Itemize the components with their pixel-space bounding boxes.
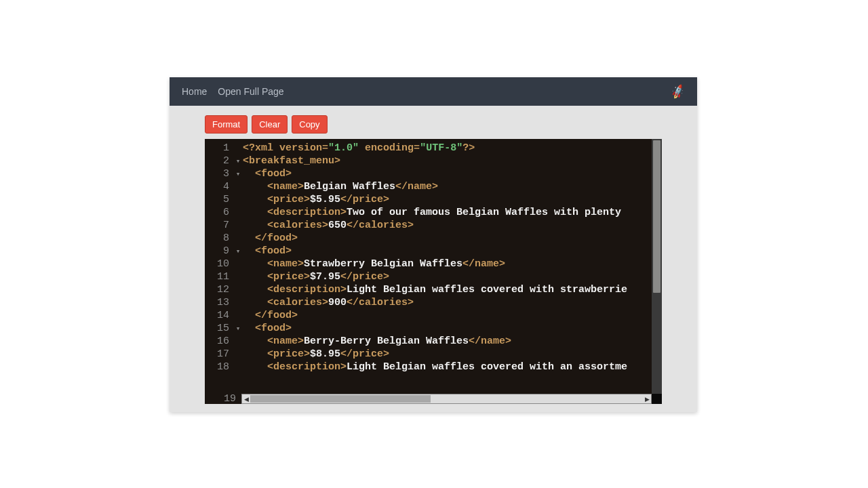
fold-marker (235, 361, 241, 373)
code-line[interactable]: <description>Light Belgian waffles cover… (243, 283, 652, 296)
line-number: 12 (208, 283, 229, 296)
nav-open-full-page-link[interactable]: Open Full Page (218, 86, 283, 97)
fold-marker (235, 296, 241, 309)
fold-marker (235, 258, 241, 270)
scroll-corner (652, 394, 662, 404)
line-number: 14 (208, 309, 229, 322)
rocket-icon[interactable]: 🚀 (669, 83, 686, 100)
line-number: 9 (208, 245, 229, 258)
hscroll-track[interactable] (250, 394, 643, 403)
fold-marker (235, 142, 241, 155)
code-line[interactable]: <name>Berry-Berry Belgian Waffles</name> (243, 335, 652, 348)
line-number: 8 (208, 232, 229, 245)
code-line[interactable]: <price>$5.95</price> (243, 193, 652, 206)
fold-marker[interactable]: ▾ (235, 155, 241, 167)
copy-button[interactable]: Copy (292, 115, 327, 134)
action-toolbar: Format Clear Copy (170, 106, 697, 139)
fold-marker (235, 219, 241, 232)
line-number: 17 (208, 348, 229, 361)
fold-marker (235, 283, 241, 296)
format-button[interactable]: Format (205, 115, 248, 134)
fold-marker[interactable]: ▾ (235, 167, 241, 180)
line-number: 13 (208, 296, 229, 309)
clear-button[interactable]: Clear (252, 115, 288, 134)
fold-marker (235, 335, 241, 348)
line-number: 4 (208, 180, 229, 193)
code-line[interactable]: <food> (243, 322, 652, 335)
vertical-scroll-thumb[interactable] (653, 140, 660, 293)
line-number: 5 (208, 193, 229, 206)
line-number-last: 19 (205, 394, 241, 404)
fold-marker[interactable]: ▾ (235, 322, 241, 335)
code-line[interactable]: <name>Belgian Waffles</name> (243, 180, 652, 193)
fold-marker (235, 206, 241, 219)
code-line[interactable]: <price>$7.95</price> (243, 270, 652, 283)
line-number-gutter: 123456789101112131415161718 (205, 139, 235, 394)
horizontal-scroll-thumb[interactable] (250, 395, 431, 403)
scroll-left-icon[interactable]: ◀ (242, 396, 250, 403)
code-line[interactable]: <food> (243, 167, 652, 180)
code-line[interactable]: <breakfast_menu> (243, 155, 652, 167)
fold-marker (235, 180, 241, 193)
vertical-scrollbar[interactable] (652, 139, 662, 394)
fold-marker (235, 309, 241, 322)
code-line[interactable]: <calories>650</calories> (243, 219, 652, 232)
code-line[interactable]: <?xml version="1.0" encoding="UTF-8"?> (243, 142, 652, 155)
line-number: 16 (208, 335, 229, 348)
editor-container: 123456789101112131415161718 ▾▾▾▾ <?xml v… (205, 139, 662, 404)
code-line[interactable]: </food> (243, 309, 652, 322)
scroll-right-icon[interactable]: ▶ (643, 396, 651, 403)
line-number: 1 (208, 142, 229, 155)
code-line[interactable]: <name>Strawberry Belgian Waffles</name> (243, 258, 652, 270)
fold-marker (235, 270, 241, 283)
fold-marker (235, 232, 241, 245)
fold-marker (235, 348, 241, 361)
code-editor[interactable]: 123456789101112131415161718 ▾▾▾▾ <?xml v… (205, 139, 662, 394)
code-line[interactable]: <price>$8.95</price> (243, 348, 652, 361)
line-number: 11 (208, 270, 229, 283)
topbar: Home Open Full Page 🚀 (170, 77, 697, 106)
fold-gutter[interactable]: ▾▾▾▾ (235, 139, 241, 394)
horizontal-scrollbar[interactable]: ◀ ▶ (241, 394, 652, 404)
line-number: 10 (208, 258, 229, 270)
code-content[interactable]: <?xml version="1.0" encoding="UTF-8"?><b… (241, 139, 652, 394)
code-line[interactable]: <food> (243, 245, 652, 258)
hscroll-row: 19 ◀ ▶ (205, 394, 662, 404)
app-window: Home Open Full Page 🚀 Format Clear Copy … (170, 77, 697, 412)
line-number: 18 (208, 361, 229, 373)
code-line[interactable]: </food> (243, 232, 652, 245)
line-number: 3 (208, 167, 229, 180)
fold-marker (235, 193, 241, 206)
line-number: 15 (208, 322, 229, 335)
line-number: 6 (208, 206, 229, 219)
line-number: 2 (208, 155, 229, 167)
nav-home-link[interactable]: Home (182, 86, 207, 97)
fold-marker[interactable]: ▾ (235, 245, 241, 258)
code-line[interactable]: <description>Two of our famous Belgian W… (243, 206, 652, 219)
code-line[interactable]: <description>Light Belgian waffles cover… (243, 361, 652, 373)
line-number: 7 (208, 219, 229, 232)
code-line[interactable]: <calories>900</calories> (243, 296, 652, 309)
